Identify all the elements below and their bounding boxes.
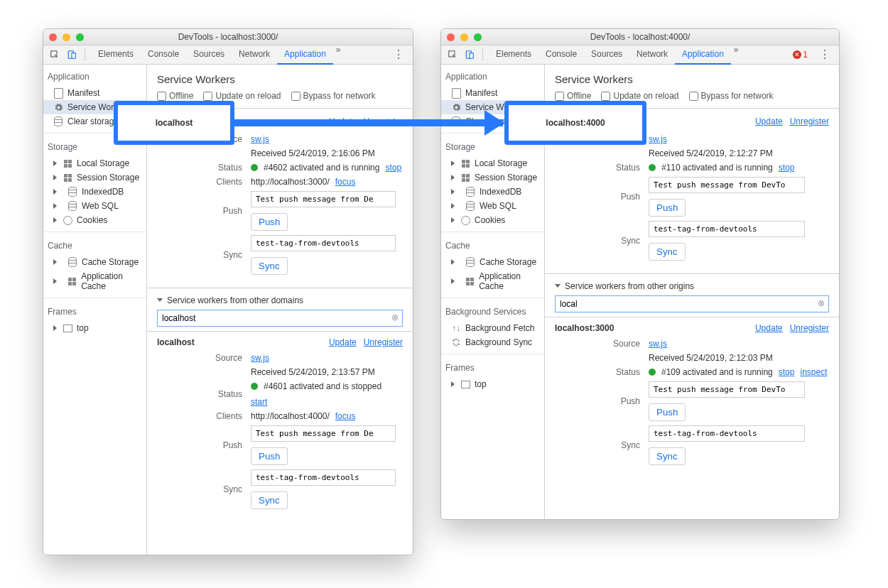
sync-label: Sync xyxy=(157,484,251,494)
sidebar-head-application: Application xyxy=(441,67,544,86)
other-sw-header[interactable]: Service workers from other domains xyxy=(147,288,413,310)
sidebar-item-manifest[interactable]: Manifest xyxy=(441,86,544,100)
sync-button[interactable]: Sync xyxy=(251,257,288,275)
device-toggle-icon[interactable] xyxy=(462,48,477,62)
tabs-overflow-icon[interactable]: » xyxy=(731,45,742,65)
sidebar-item-manifest[interactable]: Manifest xyxy=(43,86,146,100)
sidebar-item-app-cache[interactable]: Application Cache xyxy=(441,269,544,293)
tab-application[interactable]: Application xyxy=(675,45,731,65)
push-button[interactable]: Push xyxy=(251,213,288,231)
comparison-arrow-icon xyxy=(234,119,503,126)
unregister-link[interactable]: Unregister xyxy=(790,116,829,126)
inspect-link[interactable]: inspect xyxy=(800,367,827,377)
sidebar-item-top[interactable]: top xyxy=(43,321,146,335)
push-input[interactable] xyxy=(649,381,805,398)
sync-input[interactable] xyxy=(649,425,805,442)
sidebar-item-bg-fetch[interactable]: ↑↓Background Fetch xyxy=(441,321,544,335)
other-sw-header[interactable]: Service workers from other origins xyxy=(545,273,839,295)
sidebar-item-local-storage[interactable]: Local Storage xyxy=(441,156,544,170)
sidebar-item-app-cache[interactable]: Application Cache xyxy=(43,269,146,293)
sync-input[interactable] xyxy=(649,221,805,237)
source-link[interactable]: sw.js xyxy=(649,134,667,144)
error-badge[interactable]: ✕1 xyxy=(793,50,808,60)
tab-application[interactable]: Application xyxy=(277,45,333,65)
offline-checkbox[interactable]: Offline xyxy=(555,91,591,101)
push-label: Push xyxy=(157,440,251,450)
sidebar-item-bg-sync[interactable]: Background Sync xyxy=(441,335,544,349)
bypass-checkbox[interactable]: Bypass for network xyxy=(291,91,376,101)
status-text: #4601 activated and is stopped xyxy=(264,381,381,391)
offline-checkbox[interactable]: Offline xyxy=(157,91,193,101)
update-link[interactable]: Update xyxy=(755,116,783,126)
sync-label: Sync xyxy=(157,250,251,260)
sidebar-item-indexeddb[interactable]: IndexedDB xyxy=(43,185,146,199)
sidebar-item-websql[interactable]: Web SQL xyxy=(43,199,146,213)
client-url: http://localhost:4000/ xyxy=(251,411,330,421)
sidebar-item-cookies[interactable]: Cookies xyxy=(441,213,544,227)
sidebar-item-top[interactable]: top xyxy=(441,377,544,391)
update-link[interactable]: Update xyxy=(755,323,783,333)
push-button[interactable]: Push xyxy=(251,447,288,465)
sidebar-item-cookies[interactable]: Cookies xyxy=(43,213,146,227)
clear-icon[interactable]: ⊗ xyxy=(818,298,825,308)
tab-sources[interactable]: Sources xyxy=(186,45,232,63)
push-button[interactable]: Push xyxy=(649,403,686,421)
status-dot-icon xyxy=(251,383,258,390)
sync-input[interactable] xyxy=(251,235,396,251)
tab-console[interactable]: Console xyxy=(538,45,584,63)
sync-button[interactable]: Sync xyxy=(649,243,686,261)
tab-elements[interactable]: Elements xyxy=(91,45,141,63)
update-on-reload-checkbox[interactable]: Update on reload xyxy=(203,91,281,101)
sync-input[interactable] xyxy=(251,469,396,486)
push-input[interactable] xyxy=(649,177,805,193)
push-button[interactable]: Push xyxy=(649,199,686,217)
other-origin: localhost xyxy=(157,337,195,347)
focus-link[interactable]: focus xyxy=(335,177,356,187)
source-label: Source xyxy=(555,339,649,349)
titlebar: DevTools - localhost:4000/ xyxy=(441,29,839,45)
sidebar-item-session-storage[interactable]: Session Storage xyxy=(441,170,544,185)
focus-link[interactable]: focus xyxy=(335,411,356,421)
sidebar-item-indexeddb[interactable]: IndexedDB xyxy=(441,185,544,199)
tab-sources[interactable]: Sources xyxy=(584,45,629,63)
status-dot-icon xyxy=(649,164,656,171)
source-link[interactable]: sw.js xyxy=(649,339,667,349)
tab-console[interactable]: Console xyxy=(141,45,186,63)
inspect-icon[interactable] xyxy=(48,48,62,62)
stop-link[interactable]: stop xyxy=(385,163,401,173)
update-on-reload-checkbox[interactable]: Update on reload xyxy=(601,91,678,101)
stop-link[interactable]: stop xyxy=(779,163,795,173)
tabs-overflow-icon[interactable]: » xyxy=(333,45,344,65)
update-link[interactable]: Update xyxy=(329,337,357,347)
sidebar-head-cache: Cache xyxy=(43,236,146,255)
sync-button[interactable]: Sync xyxy=(649,447,686,465)
device-toggle-icon[interactable] xyxy=(65,48,79,62)
filter-input[interactable] xyxy=(157,310,403,327)
sidebar-item-cache-storage[interactable]: Cache Storage xyxy=(441,255,544,269)
start-link[interactable]: start xyxy=(251,397,267,407)
sidebar-item-session-storage[interactable]: Session Storage xyxy=(43,170,146,185)
tab-network[interactable]: Network xyxy=(232,45,277,63)
source-link[interactable]: sw.js xyxy=(251,134,269,144)
svg-rect-2 xyxy=(72,53,75,59)
tab-elements[interactable]: Elements xyxy=(489,45,538,63)
bypass-checkbox[interactable]: Bypass for network xyxy=(689,91,774,101)
filter-input[interactable] xyxy=(555,295,829,312)
clear-icon[interactable]: ⊗ xyxy=(391,312,399,322)
source-link[interactable]: sw.js xyxy=(251,353,269,363)
status-text: #4602 activated and is running xyxy=(264,163,379,173)
stop-link[interactable]: stop xyxy=(779,367,795,377)
tab-network[interactable]: Network xyxy=(629,45,675,63)
titlebar: DevTools - localhost:3000/ xyxy=(43,29,413,45)
unregister-link[interactable]: Unregister xyxy=(790,323,829,333)
sidebar-item-local-storage[interactable]: Local Storage xyxy=(43,156,146,170)
inspect-icon[interactable] xyxy=(445,48,460,62)
svg-rect-5 xyxy=(470,53,473,59)
sidebar-item-websql[interactable]: Web SQL xyxy=(441,199,544,213)
push-input[interactable] xyxy=(251,425,396,442)
source-label: Source xyxy=(157,353,251,363)
unregister-link[interactable]: Unregister xyxy=(364,337,403,347)
sync-button[interactable]: Sync xyxy=(251,491,288,509)
push-input[interactable] xyxy=(251,191,396,207)
sidebar-item-cache-storage[interactable]: Cache Storage xyxy=(43,255,146,269)
